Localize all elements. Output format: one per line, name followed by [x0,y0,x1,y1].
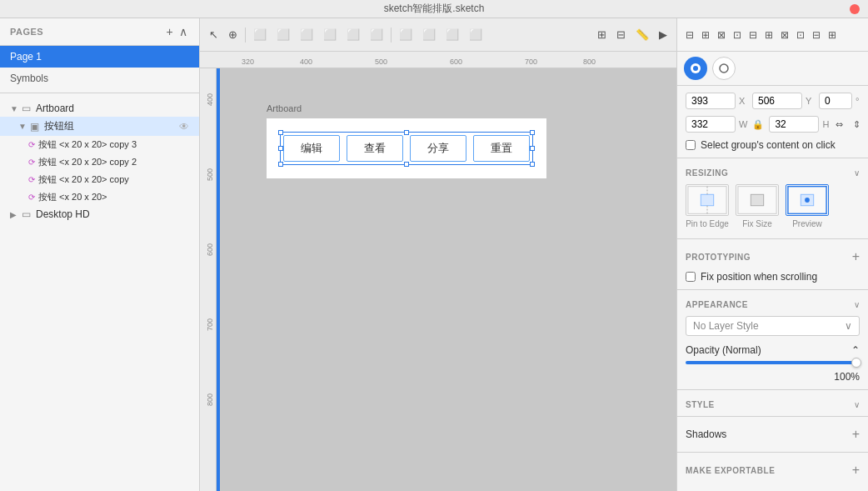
canvas-button-share[interactable]: 分享 [410,135,466,162]
resize-option-pin[interactable]: Pin to Edge [686,184,729,228]
align-center-v-button[interactable]: ⬜ [342,26,364,43]
close-button[interactable] [850,4,860,14]
resizing-chevron[interactable]: ∨ [854,168,860,178]
align-top-button[interactable]: ⬜ [319,26,341,43]
handle-bc[interactable] [404,162,409,167]
handle-br[interactable] [530,162,535,167]
rp-btn-4[interactable]: ⊡ [730,27,745,43]
position-size-row: X Y ° [677,86,868,113]
ruler-button[interactable]: 📏 [631,26,653,43]
page-item-page1[interactable]: Page 1 [0,46,199,68]
opacity-slider-track[interactable] [686,361,860,364]
layer-item-symbol-2[interactable]: ⟳ 按钮 <x 20 x 20> copy 2 [0,153,199,171]
pages-actions: + ∧ [164,25,189,38]
rp-btn-7[interactable]: ⊠ [777,27,792,43]
w-input[interactable] [686,116,736,133]
grid-button[interactable]: ⊟ [612,26,630,43]
titlebar: sketch智能排版.sketch [0,0,868,18]
canvas-button-view[interactable]: 查看 [347,135,403,162]
align-bottom-button[interactable]: ⬜ [366,26,387,43]
divider-5 [677,416,868,417]
canvas-button-edit[interactable]: 编辑 [283,135,340,162]
chevron-icon: ▶ [10,210,18,219]
shadows-add-icon[interactable]: + [852,427,860,442]
resize-h-button[interactable]: ⬜ [465,26,486,43]
shadows-row[interactable]: Shadows + [677,420,868,448]
handle-tr[interactable] [530,130,535,135]
flip-v-button[interactable]: ⇕ [850,117,864,133]
rp-btn-9[interactable]: ⊟ [809,27,824,43]
y-input[interactable] [752,93,802,109]
h-input[interactable] [769,116,819,133]
layer-item-artboard[interactable]: ▼ ▭ Artboard [0,100,199,117]
align-left-button[interactable]: ⬜ [249,26,271,43]
select-group-row: Select group's content on click [677,136,868,154]
rp-btn-5[interactable]: ⊟ [746,27,761,43]
canvas[interactable]: 320 400 500 600 700 800 400 500 600 700 … [200,52,676,491]
appearance-chevron[interactable]: ∨ [854,300,860,309]
layer-style-dropdown[interactable]: No Layer Style ∨ [686,316,860,336]
resize-box-pin [686,184,729,216]
preview-button[interactable]: ▶ [655,26,671,43]
rp-btn-10[interactable]: ⊞ [825,27,840,43]
opacity-value-row: 100% [677,371,868,386]
handle-tl[interactable] [278,130,283,135]
prototyping-add[interactable]: + [852,249,860,264]
add-page-button[interactable]: + [164,25,174,38]
fill-tab[interactable] [684,57,707,80]
align-right-button[interactable]: ⬜ [296,26,317,43]
resize-option-fix[interactable]: Fix Size [736,184,779,228]
make-exportable-row[interactable]: MAKE EXPORTABLE + [677,456,868,484]
resizing-grid: Pin to Edge Fix Size [677,181,868,235]
layer-item-symbol-3[interactable]: ⟳ 按钮 <x 20 x 20> copy 3 [0,136,199,153]
layer-item-symbol-0[interactable]: ⟳ 按钮 <x 20 x 20> [0,188,199,206]
resize-option-preview[interactable]: Preview [786,184,829,228]
visibility-icon[interactable]: 👁 [179,121,189,133]
distribute-h-button[interactable]: ⬜ [395,26,417,43]
resize-box-fix [736,184,779,216]
prototyping-section-header[interactable]: PROTOTYPING + [677,243,868,268]
canvas-button-reset[interactable]: 重置 [473,135,530,162]
zoom-button[interactable]: ⊞ [593,26,611,43]
fix-position-label: Fix position when scrolling [701,271,817,283]
wh-row: W 🔒 H ⇔ ⇕ [677,113,868,136]
select-tool-button[interactable]: ↖ [205,26,222,43]
distribute-v-button[interactable]: ⬜ [418,26,440,43]
symbol-icon: ⟳ [28,175,35,184]
layer-item-desktop-hd[interactable]: ▶ ▭ Desktop HD [0,206,199,223]
handle-mr[interactable] [530,146,535,151]
insert-tool-button[interactable]: ⊕ [224,26,242,43]
page-item-symbols[interactable]: Symbols [0,68,199,89]
fix-size-preview [736,184,778,216]
rotation-input[interactable] [819,93,852,109]
handle-tc[interactable] [404,130,409,135]
rp-btn-3[interactable]: ⊠ [714,27,729,43]
style-chevron[interactable]: ∨ [854,400,860,409]
align-center-h-button[interactable]: ⬜ [272,26,294,43]
rp-btn-2[interactable]: ⊞ [698,27,713,43]
opacity-slider-thumb[interactable] [851,358,861,368]
rp-btn-8[interactable]: ⊡ [793,27,808,43]
rp-btn-1[interactable]: ⊟ [682,27,697,43]
dropdown-chevron-icon: ∨ [845,320,852,332]
collapse-pages-button[interactable]: ∧ [177,25,189,38]
opacity-stepper[interactable]: ⌃ [851,344,860,356]
make-exportable-add-icon[interactable]: + [852,463,860,478]
resize-w-button[interactable]: ⬜ [441,26,463,43]
border-tab[interactable] [712,57,736,80]
main-layout: PAGES + ∧ Page 1 Symbols ▼ ▭ Artboard ▼ … [0,18,868,491]
style-section-header: STYLE ∨ [677,393,868,413]
layer-item-group[interactable]: ▼ ▣ 按钮组 👁 [0,117,199,136]
make-exportable-title: MAKE EXPORTABLE [686,466,775,475]
ruler-top: 320 400 500 600 700 800 [200,52,676,68]
svg-rect-8 [751,194,763,205]
flip-h-button[interactable]: ⇔ [832,117,846,133]
select-group-checkbox[interactable] [686,140,696,150]
rp-btn-6[interactable]: ⊞ [761,27,776,43]
lock-icon[interactable]: 🔒 [752,119,764,130]
layer-item-symbol-1[interactable]: ⟳ 按钮 <x 20 x 20> copy [0,171,199,188]
handle-bl[interactable] [278,162,283,167]
fix-position-checkbox[interactable] [686,272,696,282]
x-input[interactable] [686,93,736,109]
right-panel: ⊟ ⊞ ⊠ ⊡ ⊟ ⊞ ⊠ ⊡ ⊟ ⊞ [676,18,868,491]
